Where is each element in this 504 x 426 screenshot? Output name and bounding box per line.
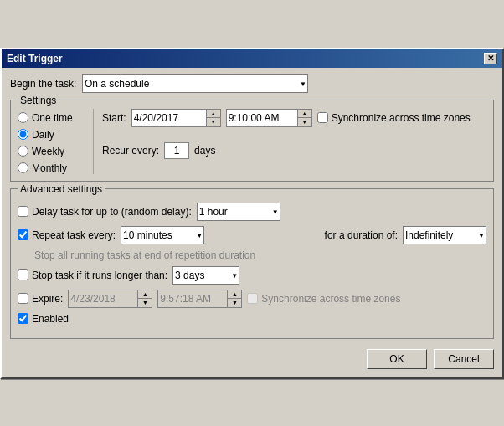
recur-label: Recur every:: [102, 145, 159, 157]
settings-group-title: Settings: [18, 95, 59, 106]
start-date-spinner: ▲ ▼: [207, 109, 221, 127]
radio-daily-label: Daily: [32, 129, 54, 141]
enabled-checkbox-item[interactable]: Enabled: [18, 313, 69, 325]
expire-sync-checkbox-item[interactable]: Synchronize across time zones: [247, 293, 400, 305]
sync-label: Synchronize across time zones: [332, 112, 471, 124]
radio-one-time-label: One time: [32, 112, 73, 124]
expire-time-group: ▲ ▼: [157, 290, 242, 308]
ok-button[interactable]: OK: [367, 349, 427, 369]
start-time-up-btn[interactable]: ▲: [298, 110, 311, 119]
settings-group: Settings One time Daily Weekly: [10, 100, 494, 182]
expire-row: Expire: ▲ ▼ ▲ ▼: [18, 290, 486, 308]
repeat-label: Repeat task every:: [32, 229, 116, 241]
enabled-label: Enabled: [32, 313, 69, 325]
recur-input[interactable]: [164, 142, 189, 159]
start-time-group: ▲ ▼: [226, 109, 312, 127]
repeat-checkbox-item[interactable]: Repeat task every:: [18, 229, 116, 241]
repeat-dropdown[interactable]: 10 minutes 5 minutes 15 minutes 30 minut…: [121, 226, 204, 244]
start-time-down-btn[interactable]: ▼: [298, 118, 311, 126]
advanced-group-title: Advanced settings: [18, 183, 105, 195]
delay-dropdown-wrapper: 1 hour 30 minutes 2 hours: [197, 203, 280, 221]
start-date-group: ▲ ▼: [131, 109, 221, 127]
delay-label: Delay task for up to (random delay):: [32, 206, 192, 218]
radio-daily[interactable]: Daily: [18, 129, 93, 141]
begin-task-label: Begin the task:: [10, 78, 77, 90]
expire-sync-label: Synchronize across time zones: [261, 293, 400, 305]
delay-task-row: Delay task for up to (random delay): 1 h…: [18, 203, 486, 221]
window-title: Edit Trigger: [7, 53, 63, 64]
radio-weekly-label: Weekly: [32, 146, 64, 157]
expire-time-down-btn[interactable]: ▼: [228, 299, 241, 307]
schedule-radio-group: One time Daily Weekly Monthly: [18, 109, 93, 174]
begin-task-dropdown[interactable]: On a schedule At log on At startup On id…: [82, 74, 308, 93]
window-content: Begin the task: On a schedule At log on …: [2, 68, 502, 377]
expire-sync-checkbox[interactable]: [247, 293, 258, 304]
radio-monthly-label: Monthly: [32, 162, 67, 174]
enabled-row: Enabled: [18, 313, 486, 325]
expire-checkbox[interactable]: [18, 293, 28, 304]
radio-one-time[interactable]: One time: [18, 112, 93, 124]
radio-monthly-input[interactable]: [18, 162, 28, 173]
close-button[interactable]: ✕: [484, 53, 497, 64]
sync-checkbox-item[interactable]: Synchronize across time zones: [317, 112, 471, 124]
cancel-button[interactable]: Cancel: [434, 349, 494, 369]
enabled-checkbox[interactable]: [18, 313, 28, 324]
expire-date-up-btn[interactable]: ▲: [138, 290, 152, 300]
expire-time-input[interactable]: [157, 290, 228, 308]
expire-date-group: ▲ ▼: [68, 290, 152, 308]
expire-date-down-btn[interactable]: ▼: [138, 299, 152, 307]
title-bar: Edit Trigger ✕: [2, 49, 502, 68]
stop-all-label: Stop all running tasks at end of repetit…: [34, 249, 255, 261]
sync-checkbox[interactable]: [317, 112, 328, 123]
expire-time-up-btn[interactable]: ▲: [228, 290, 241, 300]
settings-box: One time Daily Weekly Monthly: [18, 104, 486, 174]
begin-task-dropdown-wrapper: On a schedule At log on At startup On id…: [82, 74, 308, 93]
radio-weekly-input[interactable]: [18, 146, 28, 157]
stop-longer-dropdown-wrapper: 3 days 1 hour 30 minutes: [172, 266, 239, 285]
settings-right-panel: Start: ▲ ▼ ▲ ▼: [93, 109, 486, 174]
delay-dropdown[interactable]: 1 hour 30 minutes 2 hours: [197, 203, 280, 221]
recur-row: Recur every: days: [102, 134, 486, 159]
start-date-down-btn[interactable]: ▼: [207, 118, 220, 126]
repeat-dropdown-wrapper: 10 minutes 5 minutes 15 minutes 30 minut…: [121, 226, 204, 244]
expire-label: Expire:: [32, 293, 63, 305]
button-row: OK Cancel: [10, 346, 494, 369]
expire-date-input[interactable]: [68, 290, 138, 308]
duration-label-group: for a duration of: Indefinitely 1 hour 3…: [325, 226, 486, 244]
duration-dropdown[interactable]: Indefinitely 1 hour 30 minutes 12 hours: [403, 226, 486, 244]
delay-checkbox-item[interactable]: Delay task for up to (random delay):: [18, 206, 192, 218]
radio-daily-input[interactable]: [18, 129, 28, 140]
stop-longer-dropdown[interactable]: 3 days 1 hour 30 minutes: [172, 266, 239, 285]
stop-longer-checkbox-item[interactable]: Stop task if it runs longer than:: [18, 269, 167, 281]
expire-checkbox-item[interactable]: Expire:: [18, 293, 63, 305]
radio-weekly[interactable]: Weekly: [18, 146, 93, 157]
begin-task-row: Begin the task: On a schedule At log on …: [10, 74, 494, 93]
start-row: Start: ▲ ▼ ▲ ▼: [102, 109, 486, 127]
stop-all-row: Stop all running tasks at end of repetit…: [18, 249, 486, 261]
stop-longer-checkbox[interactable]: [18, 269, 28, 280]
radio-monthly[interactable]: Monthly: [18, 162, 93, 174]
advanced-settings-group: Advanced settings Delay task for up to (…: [10, 188, 494, 339]
delay-checkbox[interactable]: [18, 206, 28, 217]
expire-time-spinner: ▲ ▼: [228, 290, 242, 308]
start-label: Start:: [102, 112, 126, 124]
start-date-input[interactable]: [131, 109, 207, 127]
stop-longer-row: Stop task if it runs longer than: 3 days…: [18, 266, 486, 285]
expire-date-spinner: ▲ ▼: [138, 290, 152, 308]
recur-unit: days: [194, 145, 215, 157]
edit-trigger-window: Edit Trigger ✕ Begin the task: On a sche…: [0, 48, 504, 379]
radio-one-time-input[interactable]: [18, 112, 28, 123]
stop-longer-label: Stop task if it runs longer than:: [32, 269, 167, 281]
start-time-spinner: ▲ ▼: [298, 109, 312, 127]
repeat-checkbox[interactable]: [18, 229, 28, 240]
duration-for-label: for a duration of:: [325, 229, 398, 241]
start-date-up-btn[interactable]: ▲: [207, 110, 220, 119]
duration-dropdown-wrapper: Indefinitely 1 hour 30 minutes 12 hours: [403, 226, 486, 244]
start-time-input[interactable]: [226, 109, 298, 127]
repeat-task-row: Repeat task every: 10 minutes 5 minutes …: [18, 226, 486, 244]
